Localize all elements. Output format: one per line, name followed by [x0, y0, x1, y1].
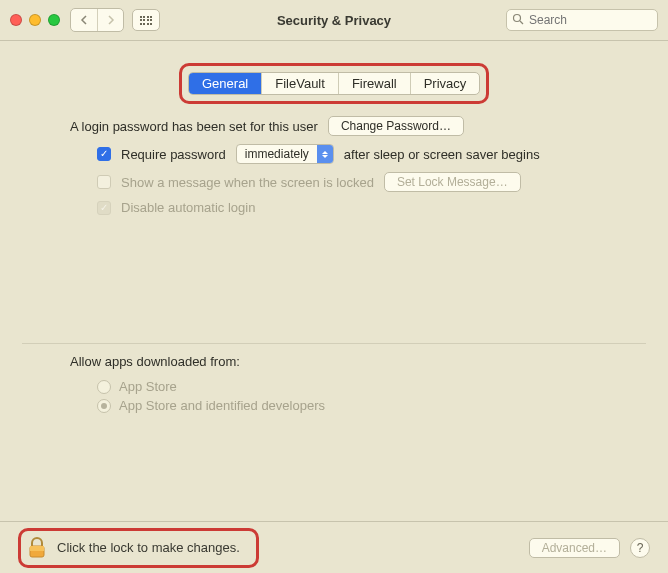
close-icon[interactable] — [10, 14, 22, 26]
allow-apps-heading: Allow apps downloaded from: — [70, 354, 646, 369]
tab-general[interactable]: General — [189, 73, 262, 94]
chevron-up-down-icon — [317, 145, 333, 163]
section-divider — [22, 343, 646, 344]
apps-appstore-label: App Store — [119, 379, 177, 394]
show-message-checkbox — [97, 175, 111, 189]
show-message-label: Show a message when the screen is locked — [121, 175, 374, 190]
tabs-highlight: General FileVault Firewall Privacy — [179, 63, 489, 104]
disable-autologin-checkbox: ✓ — [97, 201, 111, 215]
tab-bar: General FileVault Firewall Privacy — [188, 72, 480, 95]
advanced-button[interactable]: Advanced… — [529, 538, 620, 558]
titlebar: Security & Privacy — [0, 0, 668, 40]
back-button[interactable] — [71, 9, 97, 31]
password-set-row: A login password has been set for this u… — [70, 116, 646, 136]
help-button[interactable]: ? — [630, 538, 650, 558]
disable-autologin-label: Disable automatic login — [121, 200, 255, 215]
forward-button[interactable] — [97, 9, 123, 31]
tab-filevault[interactable]: FileVault — [262, 73, 339, 94]
nav-buttons — [70, 8, 124, 32]
require-password-label: Require password — [121, 147, 226, 162]
svg-line-1 — [520, 21, 523, 24]
apps-appstore-row: App Store — [97, 379, 646, 394]
show-message-row: Show a message when the screen is locked… — [97, 172, 646, 192]
require-password-checkbox[interactable]: ✓ — [97, 147, 111, 161]
zoom-icon[interactable] — [48, 14, 60, 26]
minimize-icon[interactable] — [29, 14, 41, 26]
require-password-value: immediately — [237, 147, 317, 161]
require-password-row: ✓ Require password immediately after sle… — [97, 144, 646, 164]
tab-privacy[interactable]: Privacy — [411, 73, 480, 94]
lock-text: Click the lock to make changes. — [57, 540, 240, 555]
svg-point-0 — [514, 15, 521, 22]
change-password-button[interactable]: Change Password… — [328, 116, 464, 136]
search-wrap — [506, 9, 658, 31]
apps-identified-row: App Store and identified developers — [97, 398, 646, 413]
tab-firewall[interactable]: Firewall — [339, 73, 411, 94]
lock-icon[interactable] — [27, 537, 47, 559]
show-all-button[interactable] — [132, 9, 160, 31]
require-password-after: after sleep or screen saver begins — [344, 147, 540, 162]
content: General FileVault Firewall Privacy A log… — [0, 41, 668, 573]
password-set-text: A login password has been set for this u… — [70, 119, 318, 134]
apps-identified-radio — [97, 399, 111, 413]
require-password-select[interactable]: immediately — [236, 144, 334, 164]
apps-appstore-radio — [97, 380, 111, 394]
apps-identified-label: App Store and identified developers — [119, 398, 325, 413]
lock-highlight: Click the lock to make changes. — [18, 528, 259, 568]
disable-autologin-row: ✓ Disable automatic login — [97, 200, 646, 215]
set-lock-message-button: Set Lock Message… — [384, 172, 521, 192]
search-input[interactable] — [506, 9, 658, 31]
grid-icon — [140, 16, 153, 25]
search-icon — [512, 13, 524, 28]
window-controls — [10, 14, 60, 26]
bottom-bar: Click the lock to make changes. Advanced… — [0, 521, 668, 573]
svg-rect-3 — [30, 546, 44, 551]
